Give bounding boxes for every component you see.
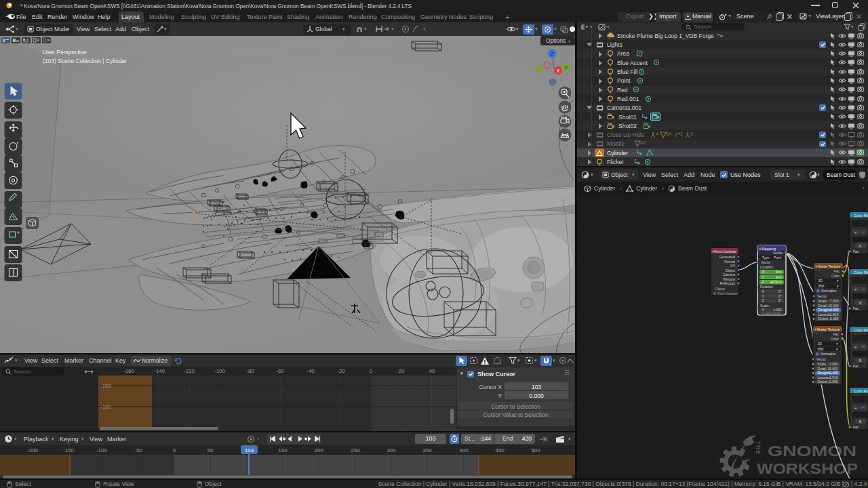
- svg-text:-120: -120: [184, 368, 195, 374]
- svg-text:Color Ram: Color Ram: [854, 214, 868, 218]
- svg-text:From Instancer: From Instancer: [717, 292, 738, 296]
- svg-text:Normalize: Normalize: [821, 289, 837, 293]
- svg-text:Color Ram: Color Ram: [854, 328, 868, 332]
- svg-text:Options: Options: [546, 37, 566, 44]
- svg-text:7.000: 7.000: [830, 299, 839, 303]
- svg-text:Color Ram: Color Ram: [854, 270, 868, 274]
- svg-text:Fac: Fac: [834, 269, 840, 273]
- svg-text:500: 500: [531, 447, 540, 453]
- svg-text:0: 0: [173, 447, 176, 453]
- svg-text:0 m: 0 m: [776, 275, 781, 279]
- svg-text:0°: 0°: [778, 289, 782, 293]
- svg-text:-200: -200: [27, 447, 39, 453]
- svg-text:103: 103: [245, 447, 254, 453]
- svg-text:Fac: Fac: [853, 249, 859, 253]
- svg-text:Point: Point: [774, 256, 782, 260]
- svg-text:-100: -100: [96, 447, 108, 453]
- svg-text:Color: Color: [831, 274, 840, 278]
- svg-text:+: +: [854, 230, 857, 235]
- svg-text:Detail: Detail: [818, 367, 827, 371]
- svg-text:1.000: 1.000: [773, 308, 782, 312]
- svg-text:Type:: Type:: [762, 256, 770, 260]
- svg-text:50: 50: [208, 447, 214, 453]
- svg-text:-140: -140: [154, 368, 165, 374]
- svg-text:0: 0: [370, 368, 373, 374]
- svg-text:350: 350: [422, 447, 432, 453]
- svg-text:-20: -20: [337, 368, 345, 374]
- svg-text:-50: -50: [134, 447, 142, 453]
- svg-text:Noise Texture: Noise Texture: [818, 264, 841, 268]
- svg-text:0°: 0°: [778, 294, 782, 298]
- svg-text:0.499: 0.499: [830, 308, 839, 312]
- svg-text:3D: 3D: [818, 279, 823, 283]
- svg-text:Normalize: Normalize: [821, 352, 836, 356]
- svg-text:Camera: Camera: [723, 272, 735, 277]
- svg-text:▾: ▾: [568, 39, 570, 43]
- svg-text:1.910: 1.910: [829, 375, 838, 380]
- svg-text:fBM: fBM: [818, 284, 825, 288]
- svg-text:Window: Window: [723, 277, 735, 281]
- svg-text:250: 250: [351, 447, 360, 453]
- svg-text:Normal: Normal: [724, 260, 735, 264]
- svg-text:-160: -160: [123, 368, 135, 374]
- svg-text:Color: Color: [831, 337, 839, 341]
- svg-text:Fac: Fac: [833, 332, 840, 336]
- svg-text:Z: Z: [762, 280, 764, 284]
- svg-text:Rotation:: Rotation:: [760, 285, 774, 289]
- svg-text:THE: THE: [755, 441, 762, 455]
- svg-text:0°: 0°: [778, 298, 782, 302]
- svg-text:1.000: 1.000: [829, 362, 838, 366]
- svg-text:Reflection: Reflection: [720, 281, 735, 285]
- svg-text:X: X: [557, 68, 560, 73]
- svg-text:-0.990: -0.990: [828, 380, 837, 384]
- svg-text:-100: -100: [214, 368, 226, 374]
- svg-text:0 m: 0 m: [776, 270, 781, 274]
- svg-text:WORKSHOP: WORKSHOP: [757, 460, 858, 477]
- svg-text:-160: -160: [100, 404, 112, 410]
- svg-text:+: +: [854, 406, 857, 410]
- svg-text:400: 400: [459, 447, 469, 453]
- svg-text:Object: Object: [715, 287, 726, 291]
- svg-text:UV: UV: [730, 264, 736, 268]
- svg-text:Vector: Vector: [761, 260, 771, 264]
- svg-text:15.000: 15.000: [827, 367, 838, 371]
- svg-text:-40: -40: [307, 368, 315, 374]
- svg-text:Texture Coordinate: Texture Coordinate: [714, 249, 736, 253]
- svg-text:Vector: Vector: [817, 294, 827, 298]
- svg-text:-0.380: -0.380: [829, 317, 838, 321]
- svg-text:1.810: 1.810: [830, 312, 839, 317]
- svg-text:+: +: [854, 345, 857, 349]
- svg-text:(103) Scene Collection | Cylin: (103) Scene Collection | Cylinder: [43, 58, 127, 64]
- svg-text:300: 300: [387, 447, 396, 453]
- svg-text:Vector: Vector: [816, 357, 827, 361]
- svg-text:3D: 3D: [818, 342, 823, 346]
- svg-text:+: +: [854, 287, 857, 291]
- svg-text:Scale: Scale: [818, 299, 827, 303]
- svg-text:15.000: 15.000: [828, 304, 839, 308]
- svg-text:Generated: Generated: [719, 255, 735, 259]
- svg-text:Z: Z: [762, 298, 764, 302]
- svg-text:Noise Texture: Noise Texture: [817, 327, 840, 331]
- svg-text:Z: Z: [551, 52, 554, 56]
- svg-text:Y 1.000 Z 25.000: Y 1.000 Z 25.000: [762, 312, 781, 315]
- svg-text:-150: -150: [100, 383, 112, 389]
- svg-text:Color Ram: Color Ram: [854, 389, 868, 393]
- svg-text:Fac: Fac: [853, 364, 859, 368]
- svg-text:200: 200: [314, 447, 323, 453]
- svg-text:Scale: Scale: [818, 362, 827, 366]
- svg-text:Location:: Location:: [760, 265, 774, 269]
- svg-text:40: 40: [429, 368, 435, 374]
- svg-text:-80: -80: [246, 368, 254, 374]
- svg-text:GNOMON: GNOMON: [768, 443, 856, 460]
- svg-text:-4279 m: -4279 m: [769, 280, 781, 284]
- svg-text:-60: -60: [276, 368, 284, 374]
- svg-text:Fac: Fac: [853, 306, 859, 310]
- svg-text:Mapping: Mapping: [762, 247, 776, 251]
- svg-text:Vector: Vector: [773, 251, 783, 255]
- svg-text:Detail: Detail: [818, 304, 827, 308]
- svg-text:Fac: Fac: [853, 425, 859, 429]
- svg-text:450: 450: [495, 447, 505, 453]
- svg-text:Scale:: Scale:: [760, 304, 770, 308]
- svg-text:20: 20: [399, 368, 405, 374]
- svg-text:150: 150: [278, 447, 288, 453]
